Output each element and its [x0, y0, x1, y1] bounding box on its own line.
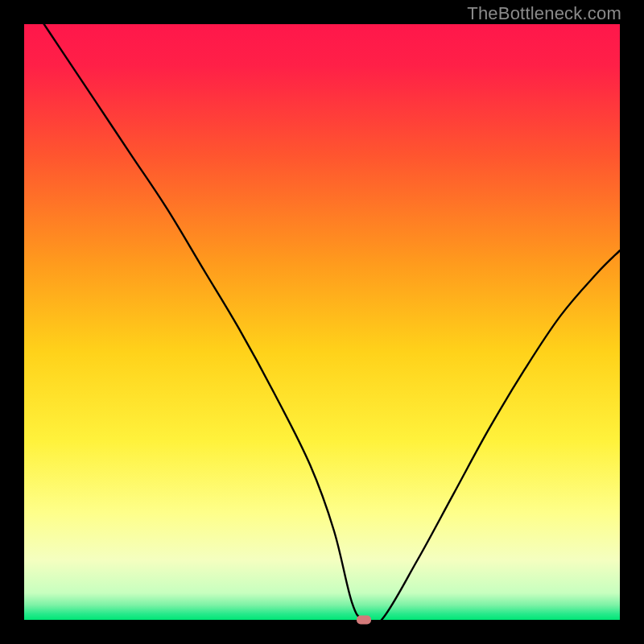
watermark-text: TheBottleneck.com	[467, 3, 621, 24]
plot-area	[24, 24, 620, 620]
optimal-marker	[357, 616, 371, 625]
chart-frame: TheBottleneck.com	[0, 0, 644, 644]
bottleneck-curve	[24, 24, 620, 620]
